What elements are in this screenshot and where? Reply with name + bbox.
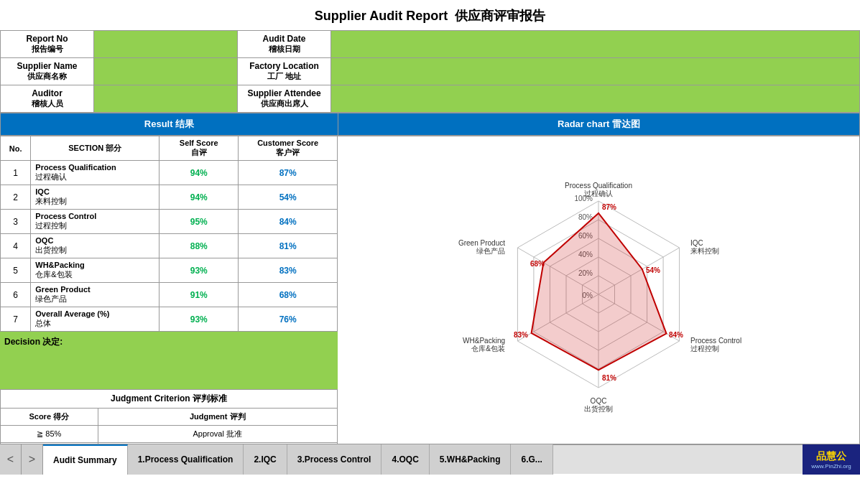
col-self-score: Self Score 自评 <box>159 136 239 161</box>
auditor-label: Auditor 稽核人员 <box>1 85 94 113</box>
row-no: 6 <box>1 283 31 307</box>
supplier-name-value <box>94 58 238 85</box>
row-customer-score: 87% <box>239 161 338 185</box>
row-no: 4 <box>1 234 31 258</box>
row-self-score: 94% <box>159 161 239 185</box>
supplier-attendee-value <box>331 85 860 113</box>
table-row: 3 Process Control过程控制 95% 84% <box>1 210 338 234</box>
row-customer-score: 84% <box>239 210 338 234</box>
judgment-row-1-judgment: Approval 批准 <box>98 426 338 443</box>
row-self-score: 91% <box>159 283 239 307</box>
row-customer-score: 54% <box>239 185 338 210</box>
result-section-header: Result 结果 <box>1 113 338 136</box>
factory-location-value <box>331 58 860 85</box>
row-customer-score: 83% <box>239 258 338 283</box>
row-self-score: 93% <box>159 258 239 283</box>
report-no-value <box>94 31 238 58</box>
row-self-score: 95% <box>159 210 239 234</box>
svg-text:过程确认: 过程确认 <box>584 190 613 197</box>
row-section: Process Control过程控制 <box>31 210 159 234</box>
tab-process-control[interactable]: 3.Process Control <box>287 444 382 475</box>
row-section: OQC出货控制 <box>31 234 159 258</box>
page-title: Supplier Audit Report 供应商评审报告 <box>0 0 860 30</box>
svg-marker-17 <box>532 213 667 370</box>
audit-date-value <box>331 31 860 58</box>
row-customer-score: 68% <box>239 283 338 307</box>
svg-text:过程控制: 过程控制 <box>690 345 719 353</box>
judgment-row-1-score: ≧ 85% <box>1 426 98 443</box>
svg-text:84%: 84% <box>669 331 683 339</box>
table-row: 6 Green Product绿色产品 91% 68% <box>1 283 338 307</box>
audit-date-label: Audit Date 稽核日期 <box>238 31 331 58</box>
tab-oqc[interactable]: 4.OQC <box>382 444 429 475</box>
tab-next-button[interactable]: > <box>22 444 43 475</box>
col-no: No. <box>1 136 31 161</box>
row-section: IQC来料控制 <box>31 185 159 210</box>
radar-chart-panel: 100% 80% 60% 40% 20% 0% <box>338 136 860 444</box>
supplier-name-label: Supplier Name 供应商名称 <box>1 58 94 85</box>
svg-text:OQC: OQC <box>591 397 607 405</box>
main-grid: No. SECTION 部分 Self Score 自评 Customer Sc… <box>0 136 860 444</box>
tab-green[interactable]: 6.G... <box>511 444 552 475</box>
row-customer-score: 81% <box>239 234 338 258</box>
svg-text:81%: 81% <box>602 374 616 382</box>
row-section: WH&Packing仓库&包装 <box>31 258 159 283</box>
row-self-score: 88% <box>159 234 239 258</box>
svg-text:出货控制: 出货控制 <box>584 405 613 413</box>
tab-prev-button[interactable]: < <box>0 444 22 475</box>
radar-chart: 100% 80% 60% 40% 20% 0% <box>426 154 771 442</box>
row-section: Process Qualification过程确认 <box>31 161 159 185</box>
report-no-label: Report No 报告编号 <box>1 31 94 58</box>
logo-area: 品慧公 www.PinZhi.org <box>803 444 860 475</box>
table-row: 7 Overall Average (%)总体 93% 76% <box>1 307 338 332</box>
judgment-judgment-header: Judgment 评判 <box>98 409 338 426</box>
svg-text:绿色产品: 绿色产品 <box>476 247 505 255</box>
svg-text:Green Product: Green Product <box>458 239 505 247</box>
row-self-score: 94% <box>159 185 239 210</box>
auditor-value <box>94 85 238 113</box>
radar-svg: 100% 80% 60% 40% 20% 0% <box>426 154 771 442</box>
row-section: Overall Average (%)总体 <box>31 307 159 332</box>
col-section: SECTION 部分 <box>31 136 159 161</box>
header-info-table: Report No 报告编号 Audit Date 稽核日期 Supplier … <box>0 30 860 113</box>
supplier-attendee-label: Supplier Attendee 供应商出席人 <box>238 85 331 113</box>
factory-location-label: Factory Location 工厂 地址 <box>238 58 331 85</box>
row-customer-score: 76% <box>239 307 338 332</box>
tab-iqc[interactable]: 2.IQC <box>244 444 287 475</box>
result-table: No. SECTION 部分 Self Score 自评 Customer Sc… <box>0 136 338 332</box>
tab-process-qualification[interactable]: 1.Process Qualification <box>128 444 244 475</box>
svg-text:IQC: IQC <box>690 239 703 247</box>
svg-text:Process Qualification: Process Qualification <box>565 182 632 190</box>
col-customer-score: Customer Score 客户评 <box>239 136 338 161</box>
row-self-score: 93% <box>159 307 239 332</box>
row-section: Green Product绿色产品 <box>31 283 159 307</box>
svg-text:87%: 87% <box>602 203 616 211</box>
svg-text:68%: 68% <box>530 260 545 268</box>
row-no: 1 <box>1 161 31 185</box>
row-no: 5 <box>1 258 31 283</box>
row-no: 3 <box>1 210 31 234</box>
svg-text:Process Control: Process Control <box>690 337 741 345</box>
judgment-criterion-header: Judgment Criterion 评判标准 <box>1 390 338 409</box>
svg-text:WH&Packing: WH&Packing <box>463 337 505 345</box>
svg-text:54%: 54% <box>646 266 660 274</box>
row-no: 7 <box>1 307 31 332</box>
decision-cell: Decision 决定: <box>0 332 338 389</box>
tab-audit-summary[interactable]: Audit Summary <box>43 444 128 475</box>
table-row: 2 IQC来料控制 94% 54% <box>1 185 338 210</box>
row-no: 2 <box>1 185 31 210</box>
judgment-table: Judgment Criterion 评判标准 Score 得分 Judgmen… <box>0 389 338 444</box>
table-row: 4 OQC出货控制 88% 81% <box>1 234 338 258</box>
svg-text:83%: 83% <box>514 331 528 339</box>
bottom-tabs-bar: < > Audit Summary 1.Process Qualificatio… <box>0 444 860 474</box>
radar-section-header: Radar chart 雷达图 <box>338 113 860 136</box>
tab-wh-packing[interactable]: 5.WH&Packing <box>430 444 512 475</box>
decision-table: Decision 决定: <box>0 332 338 389</box>
svg-text:来料控制: 来料控制 <box>690 247 719 255</box>
judgment-score-header: Score 得分 <box>1 409 98 426</box>
table-row: 1 Process Qualification过程确认 94% 87% <box>1 161 338 185</box>
table-row: 5 WH&Packing仓库&包装 93% 83% <box>1 258 338 283</box>
svg-text:仓库&包装: 仓库&包装 <box>471 345 505 353</box>
left-panel: No. SECTION 部分 Self Score 自评 Customer Sc… <box>0 136 338 444</box>
